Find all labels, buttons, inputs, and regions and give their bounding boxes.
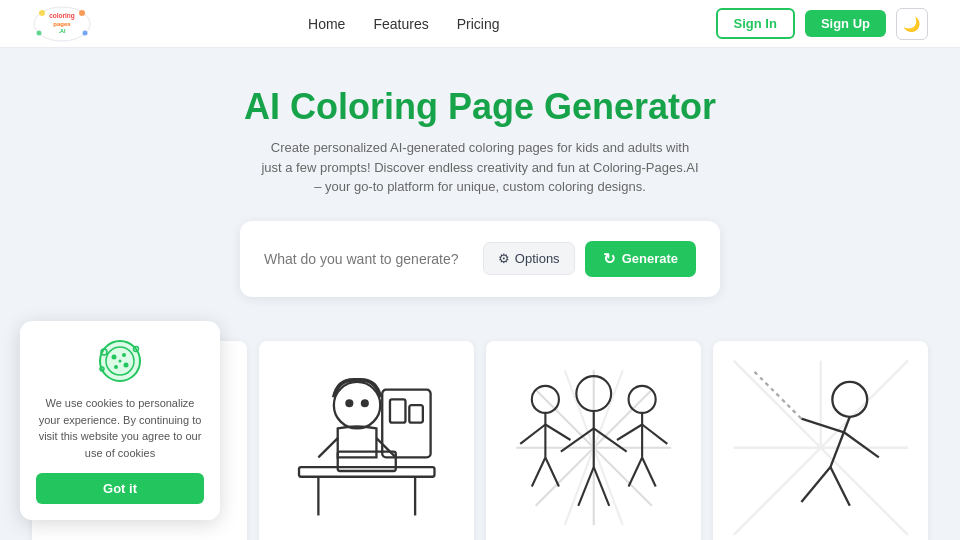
svg-rect-33 xyxy=(409,405,423,422)
generator-input[interactable] xyxy=(264,251,473,267)
nav-features[interactable]: Features xyxy=(373,16,428,32)
svg-point-155 xyxy=(122,353,126,357)
svg-line-69 xyxy=(801,467,830,502)
hero-title: AI Coloring Page Generator xyxy=(20,86,940,128)
svg-text:pages: pages xyxy=(53,21,71,27)
svg-point-28 xyxy=(362,401,368,407)
svg-line-67 xyxy=(801,419,844,433)
options-label: Options xyxy=(515,251,560,266)
svg-line-68 xyxy=(844,433,879,458)
gallery-item[interactable] xyxy=(713,341,928,541)
svg-line-60 xyxy=(733,448,820,535)
hero-section: AI Coloring Page Generator Create person… xyxy=(0,48,960,321)
nav-home[interactable]: Home xyxy=(308,16,345,32)
moon-icon xyxy=(903,15,920,33)
svg-point-6 xyxy=(37,30,42,35)
gallery-item[interactable] xyxy=(259,341,474,541)
svg-text:coloring: coloring xyxy=(49,12,75,20)
svg-point-26 xyxy=(334,382,380,428)
svg-line-30 xyxy=(376,438,395,457)
generate-label: Generate xyxy=(622,251,678,266)
svg-point-154 xyxy=(112,355,117,360)
cookie-banner: We use cookies to personalize your exper… xyxy=(20,321,220,520)
svg-point-27 xyxy=(346,401,352,407)
svg-point-7 xyxy=(83,30,88,35)
generator-input-row: Options Generate xyxy=(264,241,696,277)
svg-point-157 xyxy=(114,365,118,369)
svg-line-43 xyxy=(545,425,570,440)
svg-line-29 xyxy=(318,438,337,457)
nav-pricing[interactable]: Pricing xyxy=(457,16,500,32)
nav-links: Home Features Pricing xyxy=(308,16,499,32)
svg-line-54 xyxy=(617,425,642,440)
signin-button[interactable]: Sign In xyxy=(716,8,795,39)
svg-point-158 xyxy=(119,360,122,363)
svg-line-56 xyxy=(628,458,642,487)
cookie-svg-icon xyxy=(96,337,144,385)
svg-line-57 xyxy=(642,458,656,487)
svg-text:.AI: .AI xyxy=(58,28,66,34)
cookie-text: We use cookies to personalize your exper… xyxy=(36,395,204,461)
gear-icon xyxy=(498,251,510,266)
options-button[interactable]: Options xyxy=(483,242,575,275)
svg-point-65 xyxy=(832,382,867,417)
generate-button[interactable]: Generate xyxy=(585,241,696,277)
svg-line-51 xyxy=(594,467,609,506)
refresh-icon xyxy=(603,250,616,268)
hero-subtitle: Create personalized AI-generated colorin… xyxy=(260,138,700,197)
navbar: coloring pages .AI Home Features Pricing… xyxy=(0,0,960,48)
svg-rect-32 xyxy=(390,400,405,423)
cookie-icon-wrapper xyxy=(36,337,204,385)
got-it-button[interactable]: Got it xyxy=(36,473,204,504)
svg-point-4 xyxy=(39,10,45,16)
logo-svg: coloring pages .AI xyxy=(32,5,92,43)
svg-line-55 xyxy=(642,425,667,444)
signup-button[interactable]: Sign Up xyxy=(805,10,886,37)
svg-line-58 xyxy=(733,361,820,448)
nav-actions: Sign In Sign Up xyxy=(716,8,928,40)
gallery-item[interactable] xyxy=(486,341,701,541)
svg-line-45 xyxy=(545,458,559,487)
svg-line-42 xyxy=(520,425,545,444)
svg-line-66 xyxy=(830,417,849,467)
logo[interactable]: coloring pages .AI xyxy=(32,5,92,43)
svg-point-156 xyxy=(124,363,129,368)
svg-line-50 xyxy=(578,467,593,506)
generator-box: Options Generate xyxy=(240,221,720,297)
theme-toggle-button[interactable] xyxy=(896,8,928,40)
svg-line-44 xyxy=(532,458,546,487)
svg-point-5 xyxy=(79,10,85,16)
